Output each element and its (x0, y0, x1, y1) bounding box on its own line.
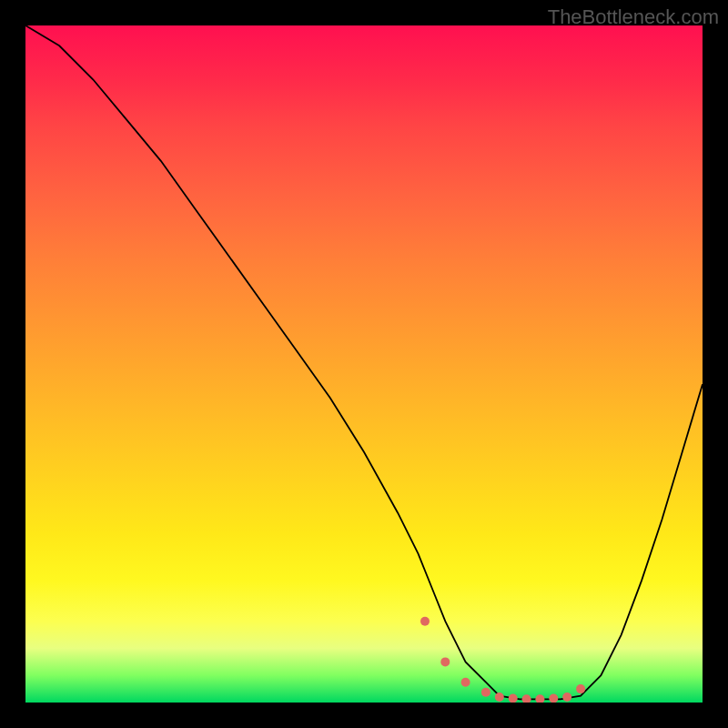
svg-point-7 (535, 694, 544, 703)
svg-point-10 (576, 684, 585, 693)
watermark-text: TheBottleneck.com (548, 5, 719, 29)
svg-point-5 (509, 694, 518, 703)
svg-point-2 (461, 678, 470, 687)
highlight-dots (420, 617, 585, 703)
svg-point-4 (495, 693, 504, 702)
curve-svg (25, 25, 703, 703)
svg-point-3 (481, 688, 490, 697)
svg-point-8 (549, 694, 558, 703)
svg-point-6 (522, 694, 531, 703)
bottleneck-curve (25, 25, 703, 699)
svg-point-0 (420, 617, 430, 626)
svg-point-1 (440, 657, 450, 666)
plot-area (25, 25, 703, 703)
svg-point-9 (562, 693, 571, 702)
